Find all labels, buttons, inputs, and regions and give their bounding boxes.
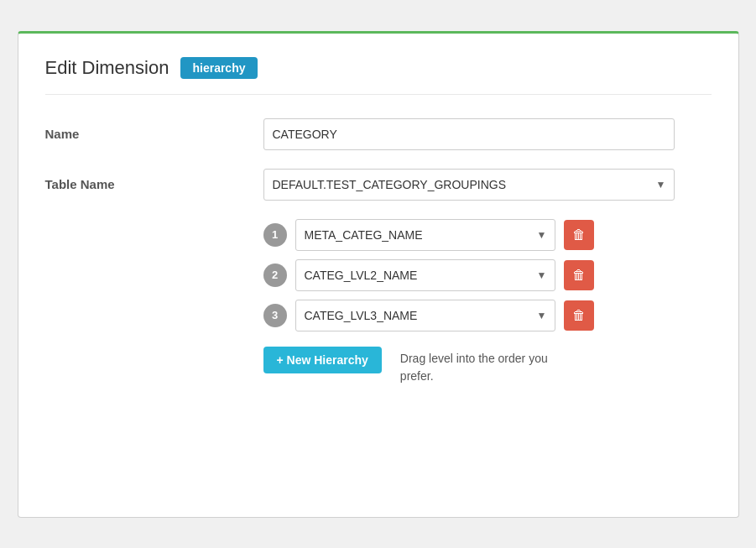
bottom-row: + New Hierarchy Drag level into the orde… [263, 347, 712, 385]
hierarchy-select-1[interactable]: META_CATEG_NAME CATEG_LVL2_NAME CATEG_LV… [295, 219, 555, 251]
name-row: Name [45, 118, 712, 150]
hierarchy-row-1: 1 META_CATEG_NAME CATEG_LVL2_NAME CATEG_… [263, 219, 712, 251]
hierarchy-row-2: 2 META_CATEG_NAME CATEG_LVL2_NAME CATEG_… [263, 259, 712, 291]
edit-dimension-card: Edit Dimension hierarchy Name Table Name… [18, 31, 739, 518]
level-badge-1: 1 [263, 223, 287, 247]
delete-button-3[interactable]: 🗑 [564, 300, 594, 331]
hierarchy-select-wrapper-3: META_CATEG_NAME CATEG_LVL2_NAME CATEG_LV… [295, 300, 555, 331]
level-badge-2: 2 [263, 264, 287, 287]
trash-icon-1: 🗑 [572, 227, 586, 243]
dimension-badge: hierarchy [180, 57, 257, 79]
name-input[interactable] [263, 118, 675, 150]
new-hierarchy-button[interactable]: + New Hierarchy [263, 347, 382, 373]
drag-hint-text: Drag level into the order you prefer. [400, 347, 568, 385]
hierarchy-row-3: 3 META_CATEG_NAME CATEG_LVL2_NAME CATEG_… [263, 300, 712, 331]
table-name-select[interactable]: DEFAULT.TEST_CATEGORY_GROUPINGS [263, 169, 675, 201]
delete-button-2[interactable]: 🗑 [564, 260, 594, 290]
hierarchy-select-wrapper-1: META_CATEG_NAME CATEG_LVL2_NAME CATEG_LV… [295, 219, 555, 251]
hierarchy-select-3[interactable]: META_CATEG_NAME CATEG_LVL2_NAME CATEG_LV… [295, 300, 555, 331]
table-name-label: Table Name [45, 177, 263, 191]
trash-icon-2: 🗑 [572, 268, 586, 283]
name-label: Name [45, 127, 263, 141]
delete-button-1[interactable]: 🗑 [564, 220, 594, 250]
level-badge-3: 3 [263, 304, 287, 327]
trash-icon-3: 🗑 [572, 308, 586, 323]
table-name-select-wrapper: DEFAULT.TEST_CATEGORY_GROUPINGS ▼ [263, 169, 675, 201]
hierarchy-select-2[interactable]: META_CATEG_NAME CATEG_LVL2_NAME CATEG_LV… [295, 259, 555, 291]
hierarchy-section: 1 META_CATEG_NAME CATEG_LVL2_NAME CATEG_… [263, 219, 712, 331]
page-title: Edit Dimension [45, 57, 169, 79]
hierarchy-select-wrapper-2: META_CATEG_NAME CATEG_LVL2_NAME CATEG_LV… [295, 259, 555, 291]
header: Edit Dimension hierarchy [45, 57, 712, 95]
table-name-row: Table Name DEFAULT.TEST_CATEGORY_GROUPIN… [45, 169, 712, 201]
